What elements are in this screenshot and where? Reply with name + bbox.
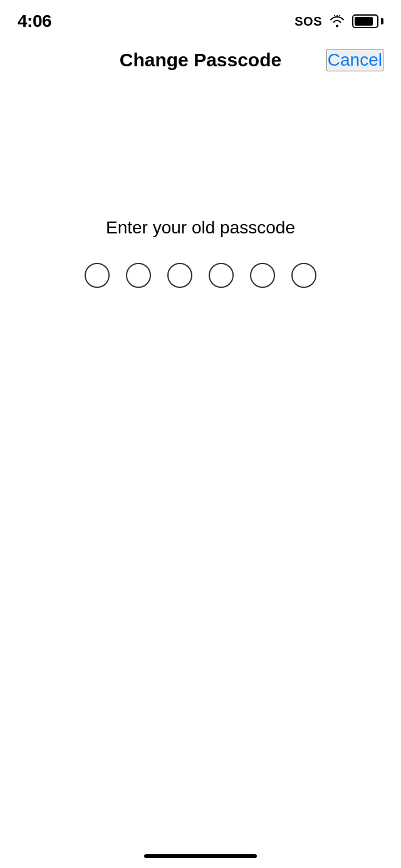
- cancel-button[interactable]: Cancel: [326, 49, 383, 71]
- sos-indicator: SOS: [294, 14, 322, 29]
- passcode-dots: [85, 263, 316, 288]
- svg-point-2: [339, 15, 340, 16]
- passcode-dot-2: [126, 263, 151, 288]
- status-time: 4:06: [18, 11, 51, 31]
- status-bar: 4:06 SOS: [0, 0, 401, 34]
- status-icons: SOS: [294, 14, 383, 29]
- wifi-icon: [328, 15, 346, 28]
- passcode-dot-1: [85, 263, 110, 288]
- passcode-dot-3: [167, 263, 192, 288]
- svg-point-1: [334, 15, 335, 16]
- passcode-entry-area: Enter your old passcode: [0, 218, 401, 288]
- battery-icon: [352, 14, 383, 28]
- home-indicator: [144, 854, 257, 858]
- passcode-dot-5: [250, 263, 275, 288]
- page-title: Change Passcode: [120, 49, 281, 71]
- svg-point-0: [336, 15, 338, 16]
- passcode-dot-6: [291, 263, 316, 288]
- passcode-prompt: Enter your old passcode: [106, 218, 295, 238]
- passcode-dot-4: [209, 263, 234, 288]
- nav-bar: Change Passcode Cancel: [0, 40, 401, 80]
